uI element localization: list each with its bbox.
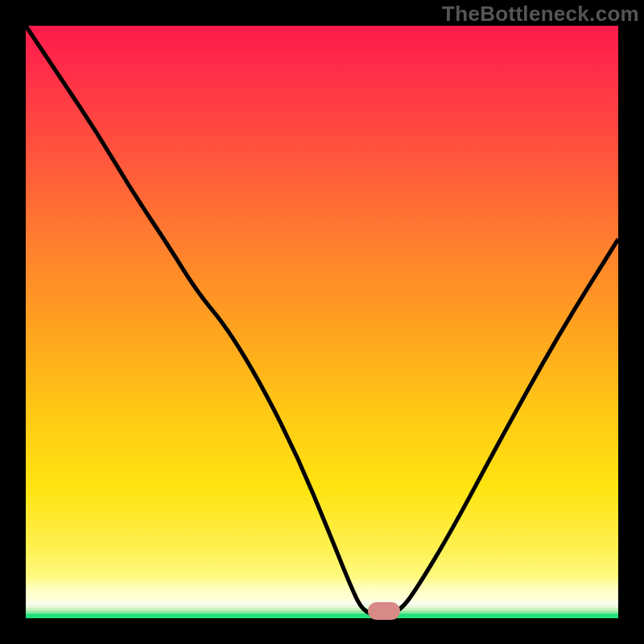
watermark-text: TheBottleneck.com (442, 2, 639, 27)
configuration-marker (368, 602, 400, 620)
chart-frame: TheBottleneck.com (0, 0, 644, 644)
plot-area (26, 26, 618, 618)
bottleneck-curve (26, 26, 618, 618)
marker-pill-icon (368, 602, 400, 620)
